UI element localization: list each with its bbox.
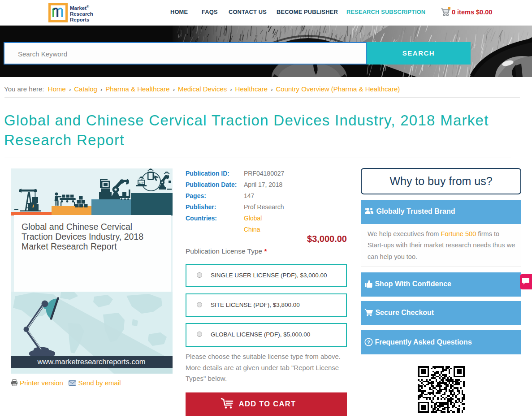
svg-text:Global and Chinese Cervical: Global and Chinese Cervical [22,222,132,232]
svg-text:Market Research Report: Market Research Report [22,241,117,251]
svg-text:www.marketresearchreports.com: www.marketresearchreports.com [37,358,145,366]
svg-text:Traction Devices Industry, 201: Traction Devices Industry, 2018 [22,232,143,241]
svg-text:?: ? [367,340,370,345]
svg-text:ERP: ERP [139,181,144,184]
